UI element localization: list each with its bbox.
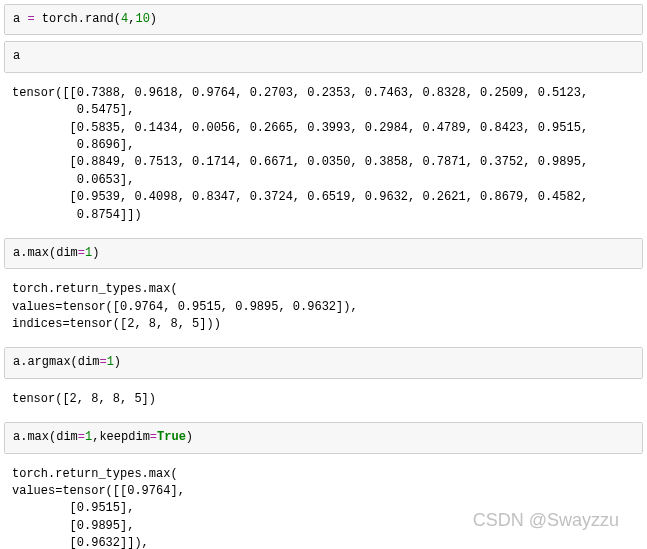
code-cell-5: a.max(dim=1,keepdim=True) — [4, 422, 643, 453]
number: 10 — [135, 12, 149, 26]
code-cell-2: a — [4, 41, 643, 72]
code-text: ) — [186, 430, 193, 444]
code-cell-3: a.max(dim=1) — [4, 238, 643, 269]
operator: = — [99, 355, 106, 369]
code-cell-2-input: a — [5, 42, 642, 71]
output-cell-3: torch.return_types.max( values=tensor([0… — [4, 275, 643, 339]
operator: = — [78, 430, 85, 444]
code-text: a — [13, 49, 20, 63]
output-cell-5: torch.return_types.max( values=tensor([[… — [4, 460, 643, 549]
code-cell-1-input: a = torch.rand(4,10) — [5, 5, 642, 34]
operator: = — [27, 12, 34, 26]
code-text: a.max(dim — [13, 246, 78, 260]
operator: = — [78, 246, 85, 260]
keyword-true: True — [157, 430, 186, 444]
code-text: ) — [114, 355, 121, 369]
number: 1 — [107, 355, 114, 369]
code-text: a.max(dim — [13, 430, 78, 444]
operator: = — [150, 430, 157, 444]
code-text: ,keepdim — [92, 430, 150, 444]
code-text: ) — [92, 246, 99, 260]
code-text: torch.rand( — [35, 12, 121, 26]
code-cell-3-input: a.max(dim=1) — [5, 239, 642, 268]
code-text: ) — [150, 12, 157, 26]
code-cell-5-input: a.max(dim=1,keepdim=True) — [5, 423, 642, 452]
code-text: a.argmax(dim — [13, 355, 99, 369]
code-text: a — [13, 12, 27, 26]
code-cell-4: a.argmax(dim=1) — [4, 347, 643, 378]
output-cell-2: tensor([[0.7388, 0.9618, 0.9764, 0.2703,… — [4, 79, 643, 230]
output-cell-4: tensor([2, 8, 8, 5]) — [4, 385, 643, 414]
code-cell-4-input: a.argmax(dim=1) — [5, 348, 642, 377]
code-cell-1: a = torch.rand(4,10) — [4, 4, 643, 35]
